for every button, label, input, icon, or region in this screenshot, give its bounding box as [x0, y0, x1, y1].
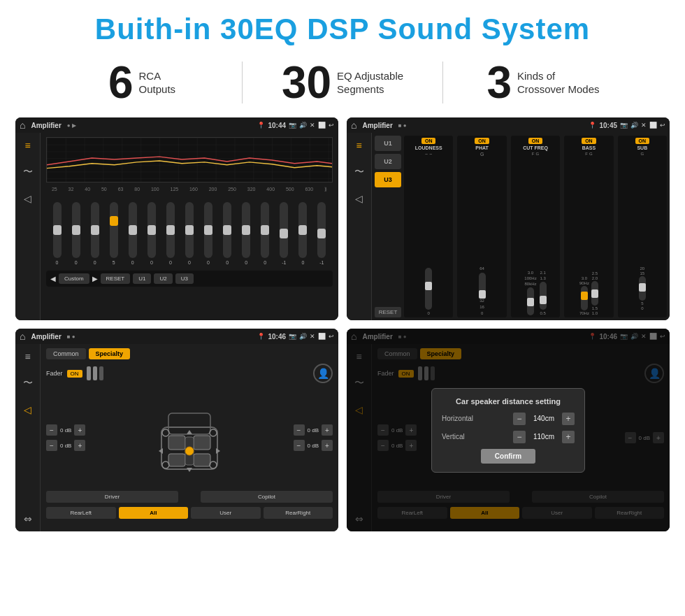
fader-bar-2: [93, 366, 97, 380]
eq-main-content: 2532405063 80100125160200 25032040050063…: [41, 133, 338, 320]
speaker1-bottom-buttons: Driver Copilot: [46, 491, 333, 503]
horizontal-row: Horizontal − 140cm +: [442, 413, 575, 425]
svg-rect-5: [168, 454, 185, 466]
crossover-icon-eq[interactable]: ≡: [351, 137, 368, 154]
eq-icon-wave[interactable]: 〜: [20, 164, 36, 180]
eq-slider-12[interactable]: -1: [280, 202, 288, 265]
eq-slider-5[interactable]: 0: [147, 202, 156, 265]
eq-slider-8[interactable]: 0: [204, 202, 212, 265]
db-plus-1[interactable]: +: [74, 440, 85, 451]
eq-slider-10[interactable]: 0: [242, 202, 250, 265]
db-plus-3[interactable]: +: [322, 440, 333, 451]
eq-next-btn[interactable]: ▶: [92, 275, 98, 282]
crossover-reset-btn[interactable]: RESET: [375, 307, 401, 317]
db-plus-0[interactable]: +: [74, 424, 85, 436]
db-val-0: 0 dB: [60, 427, 71, 434]
eq-slider-0[interactable]: 0: [53, 202, 62, 265]
eq-icon-equalizer[interactable]: ≡: [20, 137, 36, 154]
sub-on[interactable]: ON: [635, 138, 650, 144]
crossover-u1-btn[interactable]: U1: [375, 136, 401, 151]
cutfreq-on[interactable]: ON: [528, 138, 543, 144]
horizontal-plus-btn[interactable]: +: [562, 413, 575, 425]
distance-dialog: Car speaker distance setting Horizontal …: [431, 388, 585, 473]
crossover-x-icon[interactable]: ✕: [641, 122, 647, 129]
loudness-on[interactable]: ON: [421, 138, 436, 144]
eq-slider-3[interactable]: 5: [110, 202, 118, 265]
cutfreq-slider-area: 3.0 100Hz 80kHz 2.1 1.3 0.5: [513, 157, 558, 315]
eq-rect-icon[interactable]: ⬜: [318, 122, 326, 129]
eq-home-icon[interactable]: ⌂: [20, 120, 25, 131]
page-title: Buith-in 30EQ DSP Sound System: [0, 0, 685, 53]
speaker1-tab-common[interactable]: Common: [46, 348, 86, 359]
sp-btn-copilot[interactable]: Copilot: [201, 491, 333, 503]
stats-row: 6 RCA Outputs 30 EQ Adjustable Segments …: [0, 53, 685, 115]
speaker1-fader-row: Fader ON 👤: [46, 364, 333, 383]
speaker1-home-icon[interactable]: ⌂: [20, 331, 25, 342]
eq-reset-btn[interactable]: RESET: [101, 273, 131, 284]
speaker1-icon-speaker[interactable]: ◁: [20, 401, 36, 418]
sp-btn-user[interactable]: User: [191, 507, 261, 519]
screens-grid: ⌂ Amplifier ● ▶ 📍 10:44 📷 🔊 ✕ ⬜ ↩ ≡ 〜 ◁: [0, 115, 685, 538]
eq-slider-7[interactable]: 0: [185, 202, 194, 265]
crossover-u2-btn[interactable]: U2: [375, 154, 401, 169]
vertical-plus-btn[interactable]: +: [562, 431, 575, 443]
crossover-location-icon: 📍: [589, 122, 596, 129]
speaker1-back-icon[interactable]: ↩: [329, 333, 334, 340]
sp-btn-driver[interactable]: Driver: [46, 491, 178, 503]
db-minus-2[interactable]: −: [294, 424, 305, 436]
speaker1-volume-icon: 🔊: [299, 333, 307, 340]
sp-btn-rearright[interactable]: RearRight: [264, 507, 333, 519]
eq-slider-6[interactable]: 0: [166, 202, 175, 265]
vertical-minus-btn[interactable]: −: [513, 431, 526, 443]
speaker1-status-dots: ■ ●: [67, 334, 75, 340]
crossover-back-icon[interactable]: ↩: [660, 122, 665, 129]
eq-icon-speaker[interactable]: ◁: [20, 190, 36, 207]
crossover-home-icon[interactable]: ⌂: [351, 120, 356, 131]
db-minus-1[interactable]: −: [46, 440, 57, 451]
crossover-icon-wave[interactable]: 〜: [351, 164, 368, 180]
crossover-icon-speaker[interactable]: ◁: [351, 190, 368, 207]
crossover-u3-btn[interactable]: U3: [375, 172, 401, 187]
svg-rect-4: [194, 436, 210, 450]
db-minus-0[interactable]: −: [46, 424, 57, 436]
bass-on[interactable]: ON: [582, 138, 596, 144]
eq-u1-btn[interactable]: U1: [133, 273, 151, 284]
speaker1-icon-wave[interactable]: 〜: [20, 375, 36, 392]
speaker1-avatar[interactable]: 👤: [313, 364, 333, 383]
crossover-screen-title: Amplifier: [362, 122, 392, 129]
speaker1-icon-balance[interactable]: ⇔: [20, 510, 36, 527]
eq-u3-btn[interactable]: U3: [175, 273, 194, 284]
eq-bottom-bar: ◀ Custom ▶ RESET U1 U2 U3: [46, 271, 333, 287]
car-diagram-svg: [147, 392, 231, 483]
eq-slider-9[interactable]: 0: [223, 202, 231, 265]
eq-slider-13[interactable]: 0: [298, 202, 307, 265]
eq-back-icon[interactable]: ↩: [329, 122, 334, 129]
eq-u2-btn[interactable]: U2: [154, 273, 172, 284]
db-val-1: 0 dB: [60, 443, 71, 449]
speaker-screen-1: ⌂ Amplifier ■ ● 📍 10:46 📷 🔊 ✕ ⬜ ↩ ≡ 〜 ◁ …: [15, 329, 338, 531]
bass-slider-area: 3.090Hz 70Hz 2.52.0 1.51.0: [566, 157, 611, 315]
eq-slider-14[interactable]: -1: [317, 202, 326, 265]
eq-preset-btn[interactable]: Custom: [59, 273, 89, 284]
fader-on-badge[interactable]: ON: [67, 370, 82, 378]
eq-slider-11[interactable]: 0: [261, 202, 269, 265]
confirm-button[interactable]: Confirm: [481, 449, 535, 464]
eq-graph: [46, 137, 333, 182]
eq-slider-2[interactable]: 0: [91, 202, 99, 265]
stat-rca-text: RCA Outputs: [139, 69, 176, 96]
eq-slider-4[interactable]: 0: [129, 202, 137, 265]
eq-slider-1[interactable]: 0: [72, 202, 80, 265]
crossover-rect-icon[interactable]: ⬜: [649, 122, 657, 129]
eq-prev-btn[interactable]: ◀: [50, 275, 56, 282]
speaker1-rect-icon[interactable]: ⬜: [318, 333, 326, 340]
horizontal-minus-btn[interactable]: −: [513, 413, 526, 425]
eq-x-icon[interactable]: ✕: [310, 122, 315, 129]
speaker1-tab-specialty[interactable]: Specialty: [89, 348, 131, 359]
speaker1-x-icon[interactable]: ✕: [310, 333, 315, 340]
db-plus-2[interactable]: +: [322, 424, 333, 436]
speaker1-icon-eq[interactable]: ≡: [20, 348, 36, 365]
sp-btn-rearleft[interactable]: RearLeft: [46, 507, 116, 519]
sp-btn-all[interactable]: All: [119, 507, 189, 519]
db-minus-3[interactable]: −: [294, 440, 305, 451]
phat-on[interactable]: ON: [475, 138, 489, 144]
